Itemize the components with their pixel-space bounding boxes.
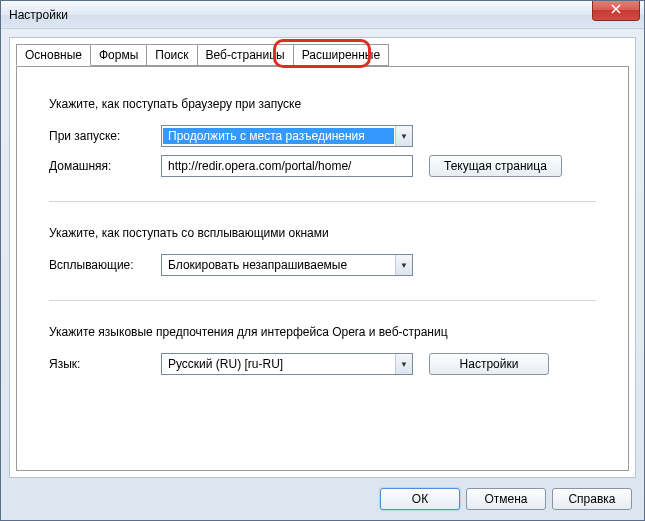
cancel-button[interactable]: Отмена <box>466 488 546 510</box>
language-label: Язык: <box>49 357 161 371</box>
language-value: Русский (RU) [ru-RU] <box>162 357 395 371</box>
language-dropdown[interactable]: Русский (RU) [ru-RU] ▼ <box>161 353 413 375</box>
tab-webpages[interactable]: Веб-страницы <box>197 44 294 66</box>
startup-heading: Укажите, как поступать браузеру при запу… <box>49 97 596 111</box>
home-label: Домашняя: <box>49 159 161 173</box>
window-title: Настройки <box>9 8 68 22</box>
divider <box>49 201 596 202</box>
on-start-dropdown[interactable]: Продолжить с места разъединения ▼ <box>161 125 413 147</box>
on-start-label: При запуске: <box>49 129 161 143</box>
chevron-down-icon: ▼ <box>395 354 412 374</box>
on-start-value: Продолжить с места разъединения <box>163 128 394 144</box>
tab-advanced[interactable]: Расширенные <box>293 44 390 66</box>
home-input[interactable] <box>161 155 413 177</box>
use-current-page-button[interactable]: Текущая страница <box>429 155 562 177</box>
close-icon <box>611 4 621 14</box>
titlebar: Настройки <box>1 1 644 29</box>
popups-dropdown[interactable]: Блокировать незапрашиваемые ▼ <box>161 254 413 276</box>
divider <box>49 300 596 301</box>
close-button[interactable] <box>592 1 640 21</box>
tabpanel-general: Укажите, как поступать браузеру при запу… <box>16 66 629 471</box>
language-settings-button[interactable]: Настройки <box>429 353 549 375</box>
popups-label: Всплывающие: <box>49 258 161 272</box>
ok-button[interactable]: ОК <box>380 488 460 510</box>
chevron-down-icon: ▼ <box>395 255 412 275</box>
tab-search[interactable]: Поиск <box>146 44 197 66</box>
tab-general[interactable]: Основные <box>16 44 91 66</box>
settings-dialog: Настройки Основные Формы Поиск Веб-стран… <box>0 0 645 521</box>
help-button[interactable]: Справка <box>552 488 632 510</box>
popups-heading: Укажите, как поступать со всплывающими о… <box>49 226 596 240</box>
dialog-footer: ОК Отмена Справка <box>380 488 632 510</box>
tab-forms[interactable]: Формы <box>90 44 147 66</box>
tabstrip: Основные Формы Поиск Веб-страницы Расшир… <box>16 44 635 66</box>
chevron-down-icon: ▼ <box>395 126 412 146</box>
popups-value: Блокировать незапрашиваемые <box>162 258 395 272</box>
language-heading: Укажите языковые предпочтения для интерф… <box>49 325 596 339</box>
client-area: Основные Формы Поиск Веб-страницы Расшир… <box>9 37 636 478</box>
